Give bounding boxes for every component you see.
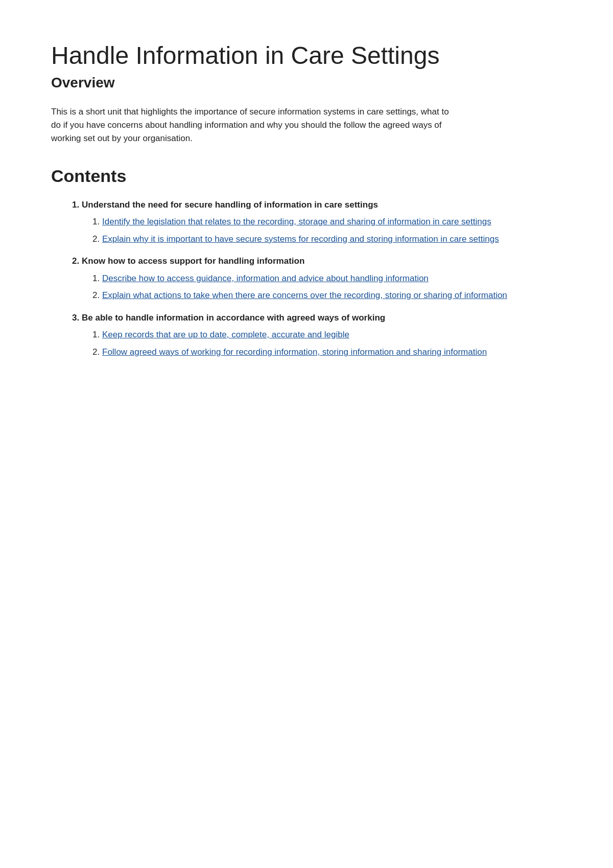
inner-list-link-3.2[interactable]: Follow agreed ways of working for record…: [102, 347, 487, 357]
inner-list-item-3.1: Keep records that are up to date, comple…: [102, 328, 562, 341]
inner-list-2: Describe how to access guidance, informa…: [82, 272, 562, 302]
inner-list-link-3.1[interactable]: Keep records that are up to date, comple…: [102, 330, 349, 339]
overview-text: This is a short unit that highlights the…: [51, 105, 450, 146]
page-title: Handle Information in Care Settings: [51, 41, 562, 71]
contents-heading: Contents: [51, 166, 562, 186]
outer-list-item-2: Know how to access support for handling …: [82, 255, 562, 302]
inner-list-item-2.1: Describe how to access guidance, informa…: [102, 272, 562, 285]
section-label-1: Understand the need for secure handling …: [82, 200, 378, 210]
inner-list-link-2.1[interactable]: Describe how to access guidance, informa…: [102, 273, 429, 283]
inner-list-link-1.2[interactable]: Explain why it is important to have secu…: [102, 234, 499, 244]
inner-list-3: Keep records that are up to date, comple…: [82, 328, 562, 358]
inner-list-item-1.2: Explain why it is important to have secu…: [102, 233, 562, 246]
contents-list: Understand the need for secure handling …: [51, 198, 562, 359]
inner-list-link-1.1[interactable]: Identify the legislation that relates to…: [102, 217, 491, 226]
outer-list-item-1: Understand the need for secure handling …: [82, 198, 562, 246]
outer-list-item-3: Be able to handle information in accorda…: [82, 311, 562, 359]
inner-list-item-2.2: Explain what actions to take when there …: [102, 289, 562, 302]
inner-list-item-1.1: Identify the legislation that relates to…: [102, 215, 562, 229]
inner-list-1: Identify the legislation that relates to…: [82, 215, 562, 245]
inner-list-link-2.2[interactable]: Explain what actions to take when there …: [102, 290, 507, 300]
inner-list-item-3.2: Follow agreed ways of working for record…: [102, 346, 562, 359]
section-label-2: Know how to access support for handling …: [82, 256, 304, 266]
page-subtitle: Overview: [51, 75, 562, 91]
section-label-3: Be able to handle information in accorda…: [82, 313, 385, 323]
